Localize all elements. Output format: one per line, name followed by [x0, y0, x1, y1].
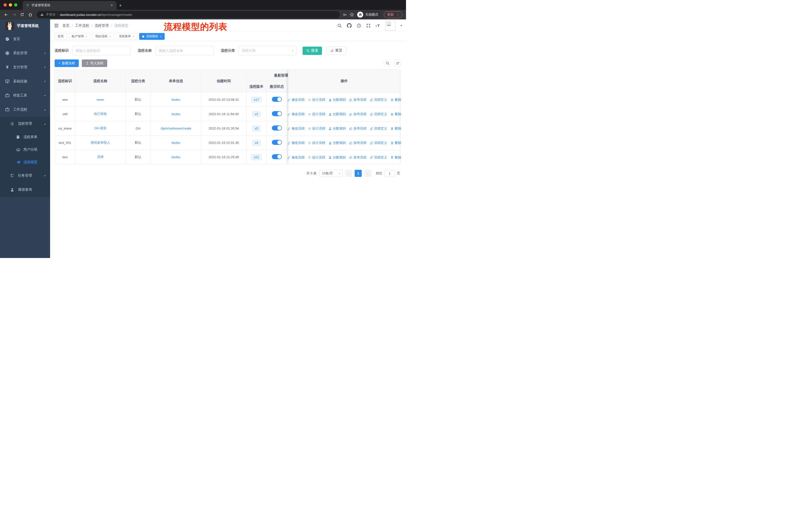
sidebar-item-user-group[interactable]: 用户分组	[0, 143, 50, 156]
url-text[interactable]: dashboard.yudao.iocoder.cn/bpm/manager/m…	[60, 13, 132, 17]
form-info-link[interactable]: biubiu	[172, 155, 180, 159]
process-definition-link[interactable]: 流程定义	[370, 112, 387, 116]
search-icon[interactable]	[337, 23, 342, 28]
fullscreen-icon[interactable]	[366, 23, 371, 28]
sidebar-item-system[interactable]: 系统管理 ▾	[0, 46, 50, 60]
form-info-link[interactable]: /bpm/oa/leave/create	[161, 127, 191, 130]
update-label[interactable]: 更新	[387, 12, 394, 17]
sidebar-item-workflow[interactable]: 工作流程 ▴	[0, 103, 50, 117]
sidebar-item-infra[interactable]: 基础设施 ▾	[0, 74, 50, 88]
reset-button[interactable]: 重置	[326, 47, 346, 55]
tag-close-icon[interactable]: ×	[133, 35, 134, 38]
reload-button[interactable]	[19, 11, 26, 18]
forward-button[interactable]	[10, 11, 18, 18]
search-button[interactable]: 搜索	[302, 47, 322, 55]
design-process-link[interactable]: 设计流程	[308, 98, 325, 102]
window-controls[interactable]	[3, 3, 18, 6]
process-id-input[interactable]	[72, 46, 130, 55]
delete-link[interactable]: 删除	[390, 155, 401, 160]
modify-process-link[interactable]: 修改流程	[287, 126, 304, 131]
minimize-window-button[interactable]	[9, 3, 12, 6]
assign-rule-link[interactable]: 分配规则	[328, 126, 346, 131]
tag-my-process[interactable]: 我的流程×	[92, 33, 114, 40]
maximize-window-button[interactable]	[14, 3, 18, 6]
tag-close-icon[interactable]: ×	[160, 35, 161, 38]
tag-close-icon[interactable]: ×	[109, 35, 111, 38]
process-definition-link[interactable]: 流程定义	[370, 155, 387, 160]
form-info-link[interactable]: biubiu	[172, 112, 180, 116]
refresh-button[interactable]	[394, 59, 402, 67]
active-toggle[interactable]	[272, 154, 282, 159]
home-button[interactable]	[27, 11, 34, 18]
publish-process-link[interactable]: 发布流程	[349, 126, 367, 131]
breadcrumb-workflow[interactable]: 工作流程	[75, 23, 89, 28]
import-process-button[interactable]: 导入流程	[82, 59, 107, 67]
process-definition-link[interactable]: 流程定义	[370, 141, 387, 145]
sidebar-item-process-model[interactable]: 流程模型	[0, 156, 50, 168]
version-badge[interactable]: v17	[251, 97, 262, 103]
active-toggle[interactable]	[272, 126, 282, 131]
process-name-link[interactable]: 滔博	[97, 155, 104, 159]
process-definition-link[interactable]: 流程定义	[370, 98, 387, 102]
sidebar-toggle-button[interactable]	[54, 23, 59, 28]
avatar-caret-icon[interactable]: ▾	[401, 24, 402, 27]
new-tab-button[interactable]: +	[119, 3, 122, 8]
tag-close-icon[interactable]: ×	[86, 35, 87, 38]
font-size-icon[interactable]	[376, 23, 381, 28]
next-page-button[interactable]: ›	[364, 170, 371, 177]
design-process-link[interactable]: 设计流程	[308, 126, 325, 131]
sidebar-item-task-mgmt[interactable]: 任务管理 ▾	[0, 168, 50, 183]
breadcrumb-process-mgmt[interactable]: 流程管理	[95, 23, 109, 28]
github-icon[interactable]	[347, 23, 352, 28]
prev-page-button[interactable]: ‹	[345, 170, 352, 177]
version-badge[interactable]: v21	[251, 154, 262, 160]
tag-home[interactable]: 首页	[55, 33, 67, 40]
sidebar-item-pay[interactable]: ¥ 支付管理 ▾	[0, 60, 50, 74]
password-key-icon[interactable]	[343, 12, 347, 17]
sidebar-item-process-mgmt[interactable]: 流程管理 ▴	[0, 117, 50, 131]
active-toggle[interactable]	[272, 111, 282, 116]
modify-process-link[interactable]: 修改流程	[287, 98, 304, 102]
browser-menu-dots-icon[interactable]: ⋮	[396, 12, 400, 17]
publish-process-link[interactable]: 发布流程	[349, 112, 367, 116]
process-name-link[interactable]: eeee	[97, 98, 104, 102]
tab-close-button[interactable]: ×	[110, 3, 114, 8]
delete-link[interactable]: 删除	[390, 112, 401, 116]
active-toggle[interactable]	[272, 97, 282, 102]
publish-process-link[interactable]: 发布流程	[349, 98, 367, 102]
modify-process-link[interactable]: 修改流程	[287, 155, 304, 160]
publish-process-link[interactable]: 发布流程	[349, 141, 367, 145]
form-info-link[interactable]: biubiu	[172, 141, 180, 145]
goto-page-input[interactable]	[384, 170, 395, 177]
close-window-button[interactable]	[3, 3, 7, 6]
back-button[interactable]	[2, 11, 9, 18]
tag-tenant[interactable]: 租户管理×	[69, 33, 90, 40]
design-process-link[interactable]: 设计流程	[308, 141, 325, 145]
process-name-link[interactable]: 测试多审批人	[91, 141, 110, 144]
page-size-select[interactable]: 10条/页 ▾	[319, 170, 343, 177]
help-icon[interactable]	[357, 23, 361, 28]
design-process-link[interactable]: 设计流程	[308, 112, 325, 116]
update-chip[interactable]: 更新 ⋮	[384, 11, 403, 18]
assign-rule-link[interactable]: 分配规则	[328, 112, 346, 116]
current-page[interactable]: 1	[355, 170, 362, 177]
modify-process-link[interactable]: 修改流程	[287, 141, 304, 145]
assign-rule-link[interactable]: 分配规则	[328, 155, 346, 160]
version-badge[interactable]: v5	[252, 126, 261, 131]
publish-process-link[interactable]: 发布流程	[349, 155, 367, 160]
process-definition-link[interactable]: 流程定义	[370, 126, 387, 131]
process-category-select[interactable]: 流程分类 ▾	[238, 46, 296, 55]
version-badge[interactable]: v4	[252, 140, 261, 146]
modify-process-link[interactable]: 修改流程	[287, 112, 304, 116]
security-label[interactable]: 不安全	[46, 12, 56, 17]
sidebar-item-leave-query[interactable]: 请假查询	[0, 183, 50, 197]
bookmark-star-icon[interactable]	[350, 12, 354, 17]
show-search-button[interactable]	[384, 59, 392, 67]
process-name-link[interactable]: OA 请假	[94, 126, 107, 130]
breadcrumb-home[interactable]: 首页	[62, 23, 69, 28]
create-process-button[interactable]: + 新建流程	[55, 59, 79, 67]
version-badge[interactable]: v2	[252, 111, 261, 117]
process-name-input[interactable]	[155, 46, 214, 55]
delete-link[interactable]: 删除	[390, 98, 401, 102]
sidebar-item-dev[interactable]: 研发工具 ▾	[0, 88, 50, 103]
